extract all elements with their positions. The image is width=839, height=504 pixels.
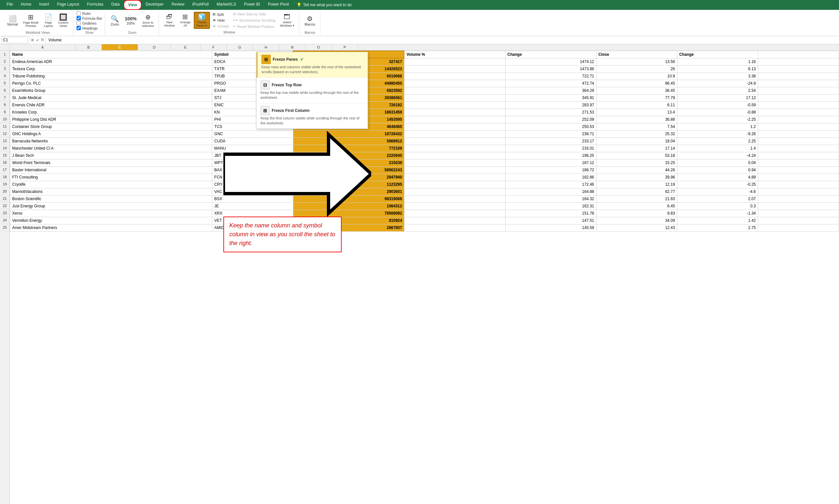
tab-view[interactable]: View: [123, 0, 141, 10]
cell-r14-c1[interactable]: Manchester United Cl A: [10, 145, 212, 152]
cell-r20-c7[interactable]: -4.6: [677, 188, 758, 195]
table-row[interactable]: XeroxXRX78568092151.789.83-1.34: [10, 210, 839, 217]
cell-r17-c1[interactable]: Baxter International: [10, 166, 212, 174]
table-row[interactable]: Tribune PublishingTPUB6019066722.7110.93…: [10, 73, 839, 80]
cell-r11-c4[interactable]: [404, 123, 505, 130]
cell-r16-c2[interactable]: WPT: [212, 159, 293, 166]
cell-r24-c4[interactable]: [404, 217, 505, 224]
cell-r8-c7[interactable]: -0.59: [677, 102, 758, 109]
cell-r16-c4[interactable]: [404, 159, 505, 166]
cell-r21-c1[interactable]: Boston Scientific: [10, 195, 212, 202]
cell-r23-c1[interactable]: Xerox: [10, 210, 212, 217]
cell-r21-c3[interactable]: 98319068: [293, 195, 404, 202]
table-row[interactable]: Manchester United Cl AMANU772169216.0117…: [10, 145, 839, 152]
cell-r17-c7[interactable]: 0.94: [677, 166, 758, 174]
cell-r20-c1[interactable]: MarriottVacations: [10, 188, 212, 195]
cell-r18-c4[interactable]: [404, 174, 505, 181]
synchronous-scrolling-button[interactable]: ⟺ Synchronous Scrolling: [232, 17, 277, 23]
cell-r10-c4[interactable]: [404, 116, 505, 123]
cell-r10-c6[interactable]: 36.88: [596, 116, 677, 123]
col-header-d[interactable]: D: [138, 44, 171, 50]
table-row[interactable]: Just Energy GroupJE1064312162.316.450.3: [10, 202, 839, 210]
gridlines-checkbox[interactable]: Gridlines: [76, 21, 102, 25]
cell-r23-c4[interactable]: [404, 210, 505, 217]
cell-r15-c1[interactable]: J Bean Tech: [10, 152, 212, 159]
cell-r3-c1[interactable]: Textura Corp.: [10, 65, 212, 73]
headings-checkbox[interactable]: Headings: [76, 26, 102, 30]
table-row[interactable]: Amer Midstream PartnersAMID2867607145.59…: [10, 224, 839, 231]
cell-r10-c1[interactable]: Philippine Long Dist ADR: [10, 116, 212, 123]
cell-r20-c5[interactable]: 164.88: [505, 188, 596, 195]
cell-r15-c4[interactable]: [404, 152, 505, 159]
cell-r14-c2[interactable]: MANU: [212, 145, 293, 152]
cell-r12-c5[interactable]: 238.71: [505, 130, 596, 138]
cell-r15-c2[interactable]: JBT: [212, 152, 293, 159]
cell-r8-c1[interactable]: Enersis Chile ADR: [10, 102, 212, 109]
zoom-100-button[interactable]: 100% 100%: [123, 15, 139, 26]
cell-r17-c3[interactable]: 58902243: [293, 166, 404, 174]
arrange-all-button[interactable]: ⊞ ArrangeAll: [178, 13, 192, 28]
cell-r2-c4[interactable]: [404, 58, 505, 65]
col-header-p[interactable]: P: [332, 44, 358, 50]
tab-power-pivot[interactable]: Power Pivot: [264, 0, 293, 10]
cell-r18-c1[interactable]: FTI Consulting: [10, 174, 212, 181]
cell-r23-c6[interactable]: 9.83: [596, 210, 677, 217]
cell-r11-c1[interactable]: Container Store Group: [10, 123, 212, 130]
cell-r13-c5[interactable]: 233.17: [505, 138, 596, 145]
table-row[interactable]: Philippine Long Dist ADRPHI1453595252.09…: [10, 116, 839, 123]
cell-r4-c6[interactable]: 10.9: [596, 73, 677, 80]
tab-data[interactable]: Data: [107, 0, 123, 10]
cell-r25-c4[interactable]: [404, 224, 505, 231]
cell-r13-c4[interactable]: [404, 138, 505, 145]
page-break-button[interactable]: ⊞ Page BreakPreview: [21, 13, 40, 29]
table-row[interactable]: J Bean TechJBT2220640196.2553.18-4.24: [10, 152, 839, 159]
cell-r14-c3[interactable]: 772169: [293, 145, 404, 152]
cell-r19-c6[interactable]: 12.19: [596, 181, 677, 188]
col-header-g[interactable]: G: [227, 44, 253, 50]
col-header-b[interactable]: B: [75, 44, 102, 50]
cell-r9-c7[interactable]: -0.88: [677, 109, 758, 116]
cell-r7-c5[interactable]: 345.91: [505, 94, 596, 102]
cell-r15-c5[interactable]: 196.25: [505, 152, 596, 159]
tab-review[interactable]: Review: [168, 0, 188, 10]
cell-r23-c2[interactable]: XRX: [212, 210, 293, 217]
cell-r18-c5[interactable]: 182.86: [505, 174, 596, 181]
cancel-formula-icon[interactable]: ✕: [31, 37, 34, 43]
formula-bar-checkbox[interactable]: Formula Bar: [76, 16, 102, 20]
cell-r21-c6[interactable]: 21.83: [596, 195, 677, 202]
tab-developer[interactable]: Developer: [141, 0, 168, 10]
table-row[interactable]: Knowles Corp.KN18631459271.5313.4-0.88: [10, 109, 839, 116]
cell-r19-c7[interactable]: -0.25: [677, 181, 758, 188]
table-row[interactable]: Enersis Chile ADRENIC726192283.976.11-0.…: [10, 102, 839, 109]
cell-r8-c5[interactable]: 283.97: [505, 102, 596, 109]
cell-r14-c6[interactable]: 17.14: [596, 145, 677, 152]
cell-r7-c4[interactable]: [404, 94, 505, 102]
cell-r23-c3[interactable]: 78568092: [293, 210, 404, 217]
cell-r10-c5[interactable]: 252.09: [505, 116, 596, 123]
cell-r19-c4[interactable]: [404, 181, 505, 188]
cell-r9-c4[interactable]: [404, 109, 505, 116]
cell-r12-c6[interactable]: 25.32: [596, 130, 677, 138]
col-header-h[interactable]: H: [253, 44, 279, 50]
cell-r25-c5[interactable]: 145.59: [505, 224, 596, 231]
cell-r6-c5[interactable]: 364.29: [505, 87, 596, 94]
cell-r13-c2[interactable]: CUDA: [212, 138, 293, 145]
freeze-first-column-option[interactable]: ⊞ Freeze First Column Keep the first col…: [257, 103, 367, 129]
table-row[interactable]: St. Jude MedicalSTJ39386561345.9177.7917…: [10, 94, 839, 102]
formula-input[interactable]: [47, 37, 838, 43]
cell-r5-c1[interactable]: Perrigo Co. PLC: [10, 80, 212, 87]
cell-r25-c6[interactable]: 12.43: [596, 224, 677, 231]
cell-r24-c5[interactable]: 147.51: [505, 217, 596, 224]
tab-file[interactable]: File: [3, 0, 17, 10]
cell-r5-c4[interactable]: [404, 80, 505, 87]
freeze-panes-button[interactable]: 🧊 FreezePanes ▾: [194, 12, 210, 29]
cell-r16-c1[interactable]: World Point Terminals: [10, 159, 212, 166]
table-row[interactable]: Baxter InternationalBAX58902243186.7244.…: [10, 166, 839, 174]
cell-r9-c1[interactable]: Knowles Corp.: [10, 109, 212, 116]
tell-me-box[interactable]: 💡 Tell me what you want to do: [293, 0, 356, 10]
cell-r11-c5[interactable]: 250.53: [505, 123, 596, 130]
cell-r21-c7[interactable]: 2.07: [677, 195, 758, 202]
cell-r12-c4[interactable]: [404, 130, 505, 138]
new-window-button[interactable]: 🗗 NewWindow: [162, 13, 177, 28]
cell-r22-c3[interactable]: 1064312: [293, 202, 404, 210]
